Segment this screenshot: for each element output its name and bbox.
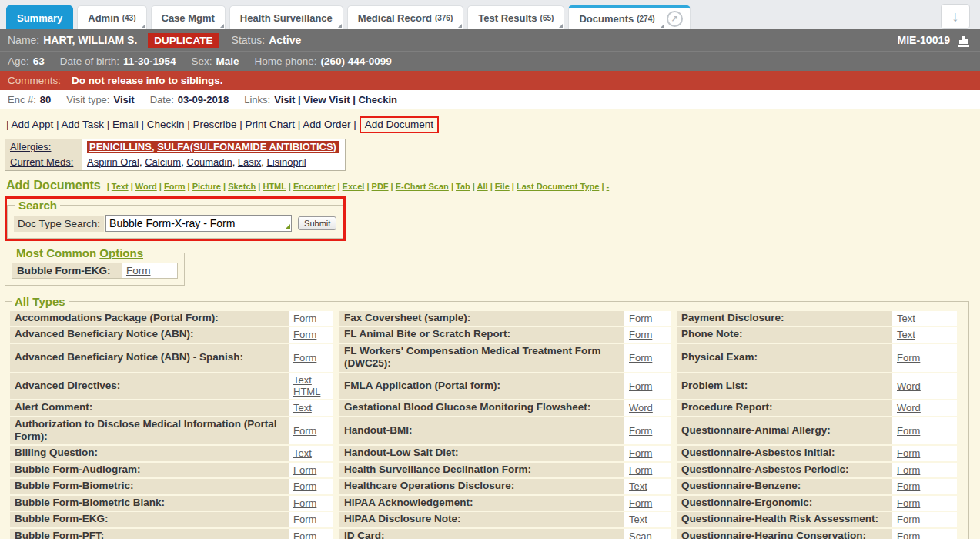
doc-create-link-scan[interactable]: Scan [629,531,652,539]
doc-type-label: Bubble Form-Biometric Blank: [10,496,289,512]
doc-create-link-form[interactable]: Form [629,497,652,510]
column-spacer [333,529,339,539]
doc-type-link-sketch[interactable]: Sketch [228,182,256,191]
doc-create-link-form[interactable]: Form [629,447,652,460]
doc-create-link-word[interactable]: Word [897,402,921,414]
doc-create-link-form[interactable]: Form [629,425,652,437]
doc-create-link-form[interactable]: Form [293,497,316,510]
tab-menu-fold-icon [337,24,342,28]
doc-type-link-word[interactable]: Word [135,182,157,191]
doc-create-link-text[interactable]: Text [897,313,915,325]
doc-create-link-form[interactable]: Form [293,514,316,526]
tab-medical-record[interactable]: Medical Record(376) [347,5,463,29]
doc-type-link-file[interactable]: File [495,182,510,191]
doc-create-link-text[interactable]: Text [293,402,312,414]
download-button[interactable]: ↓ [941,4,970,29]
doc-create-link-form[interactable]: Form [293,480,316,493]
doc-create-link-text[interactable]: Text [629,480,647,493]
doc-create-link-form[interactable]: Form [293,464,316,477]
doc-create-link-form[interactable]: Form [293,329,316,341]
action-link-add-task[interactable]: Add Task [62,119,104,130]
doc-type-label: Problem List: [677,373,892,400]
doc-create-link-form[interactable]: Form [897,447,920,460]
doc-type-link-text[interactable]: Text [112,182,129,191]
tab-summary[interactable]: Summary [6,5,73,29]
med-link-coumadin[interactable]: Coumadin [186,156,232,168]
doc-create-link-form[interactable]: Form [897,480,920,493]
submit-button[interactable]: Submit [298,216,336,230]
doc-create-link-form[interactable]: Form [293,425,316,437]
med-link-aspirin-oral[interactable]: Aspirin Oral [87,156,139,168]
doc-create-link-form[interactable]: Form [629,313,652,325]
doc-type-link-e-chart-scan[interactable]: E-Chart Scan [396,182,449,191]
tab-case-mgmt[interactable]: Case Mgmt [151,5,226,29]
action-link-print-chart[interactable]: Print Chart [246,119,296,130]
doc-type-label: Gestational Blood Glucose Monitoring Flo… [339,400,624,417]
doc-create-link-word[interactable]: Word [897,380,921,393]
encounter-link-visit[interactable]: Visit [274,94,295,105]
med-link-calcium[interactable]: Calcium [145,156,181,168]
collapse-toggle-link[interactable]: - [607,182,610,191]
flowsheet-chart-icon[interactable] [958,34,969,47]
doc-type-link-cell: Text [892,311,957,327]
doc-type-link-pdf[interactable]: PDF [372,182,389,191]
action-link-prescribe[interactable]: Prescribe [192,119,236,130]
tab-test-results[interactable]: Test Results(65) [467,5,564,29]
duplicate-badge[interactable]: DUPLICATE [148,33,219,48]
tab-admin[interactable]: Admin(43) [77,5,146,29]
doc-create-link-form[interactable]: Form [897,497,920,510]
doc-create-link-text[interactable]: Text [293,374,312,387]
options-link[interactable]: Options [99,246,143,259]
doc-create-link-form[interactable]: Form [629,464,652,477]
column-spacer [333,344,339,373]
doc-create-link-text[interactable]: Text [897,329,915,341]
doc-create-link-text[interactable]: Text [293,447,312,460]
doc-type-link-tab[interactable]: Tab [456,182,470,191]
action-link-checkin[interactable]: Checkin [147,119,185,130]
doc-type-link-all[interactable]: All [477,182,488,191]
med-link-lasix[interactable]: Lasix [238,156,261,168]
encounter-link-checkin[interactable]: Checkin [358,94,397,105]
doc-create-link-form[interactable]: Form [293,531,316,539]
tab-documents[interactable]: Documents(274) [569,8,664,29]
doc-create-link-html[interactable]: HTML [293,386,320,398]
doc-type-search-input[interactable] [105,215,292,232]
column-spacer [671,417,677,447]
doc-type-link-form[interactable]: Form [164,182,186,191]
doc-create-link-form[interactable]: Form [897,352,920,364]
tab-health-surveillance[interactable]: Health Surveillance [229,5,343,29]
doc-create-link-form[interactable]: Form [629,329,652,341]
doc-create-link-form[interactable]: Form [126,265,151,276]
med-link-lisinopril[interactable]: Lisinopril [266,156,306,168]
allergy-link-penicillins[interactable]: PENICILLINS [89,141,152,152]
action-link-add-appt[interactable]: Add Appt [12,119,54,130]
column-spacer [333,446,339,462]
table-row: Advanced Beneficiary Notice (ABN):FormFL… [10,327,957,343]
doc-create-link-form[interactable]: Form [293,313,316,325]
doc-type-label: HIPAA Disclosure Note: [339,512,624,528]
action-link-email[interactable]: Email [112,119,139,130]
action-link-add-document[interactable]: Add Document [365,119,433,130]
encounter-link-view-visit[interactable]: View Visit [303,94,350,105]
doc-create-link-form[interactable]: Form [629,380,652,393]
doc-create-link-form[interactable]: Form [293,352,316,364]
allergies-link[interactable]: Allergies: [10,141,51,152]
action-link-add-order[interactable]: Add Order [303,119,350,130]
table-row: Bubble Form-Biometric Blank:FormHIPAA Ac… [10,496,957,512]
doc-create-link-text[interactable]: Text [629,514,647,526]
tab-label: Test Results [478,12,537,24]
doc-create-link-form[interactable]: Form [897,531,920,539]
open-in-new-button[interactable]: ↗ [665,8,690,29]
doc-type-link-last-document-type[interactable]: Last Document Type [517,182,599,191]
doc-create-link-form[interactable]: Form [897,514,920,526]
doc-create-link-word[interactable]: Word [629,402,653,414]
doc-create-link-form[interactable]: Form [629,352,652,364]
current-meds-link[interactable]: Current Meds: [10,156,73,168]
doc-create-link-form[interactable]: Form [897,425,920,437]
doc-type-link-html[interactable]: HTML [263,182,286,191]
allergy-link-sulfa-sulfonamide-antibiotics-[interactable]: SULFA(SULFONAMIDE ANTIBIOTICS) [157,141,336,152]
doc-create-link-form[interactable]: Form [897,464,920,477]
doc-type-link-picture[interactable]: Picture [192,182,221,191]
doc-type-link-encounter[interactable]: Encounter [293,182,335,191]
doc-type-link-excel[interactable]: Excel [343,182,365,191]
